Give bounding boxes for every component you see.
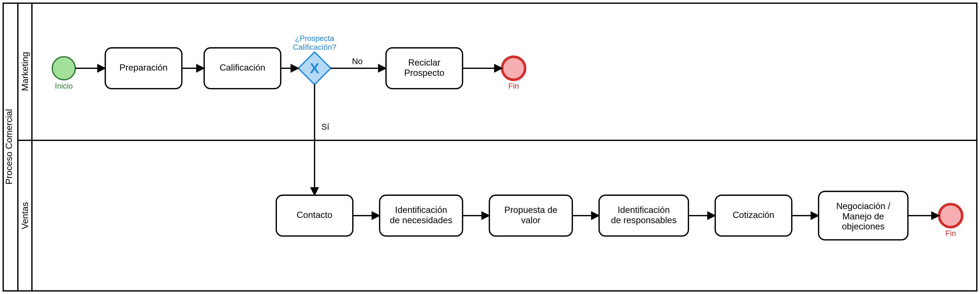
task-ident-resp-l2: de responsables <box>611 215 677 225</box>
task-ident-resp-l1: Identificación <box>618 205 670 215</box>
task-negociacion-l3: objeciones <box>842 221 885 231</box>
flow-label-no: No <box>352 57 363 66</box>
gateway-x-icon: X <box>310 60 319 76</box>
task-reciclar-line2: Prospecto <box>404 68 444 78</box>
lane-label-marketing: Marketing <box>20 52 30 91</box>
end-event-marketing-label: Fin <box>508 81 519 90</box>
task-negociacion-l2: Manejo de <box>842 211 884 221</box>
lane-label-ventas: Ventas <box>20 202 30 229</box>
start-event <box>52 57 75 79</box>
gateway-prospecta: X ¿Prospecta Calificación? <box>293 34 336 85</box>
flow-label-si: Sí <box>321 122 329 131</box>
task-reciclar-line1: Reciclar <box>408 57 441 67</box>
task-ident-nec-l1: Identificación <box>395 205 447 215</box>
task-preparacion-label: Preparación <box>119 62 167 73</box>
end-event-marketing <box>502 57 525 79</box>
bpmn-diagram: Proceso Comercial Marketing Ventas Inici… <box>0 0 980 294</box>
task-negociacion-l1: Negociación / <box>836 201 891 211</box>
task-contacto-label: Contacto <box>297 210 332 220</box>
task-propuesta-l2: valor <box>521 215 541 225</box>
start-event-label: Inicio <box>55 81 73 90</box>
task-calificacion-label: Calificación <box>220 62 265 73</box>
gateway-label-line1: ¿Prospecta <box>295 34 334 43</box>
gateway-label-line2: Calificación? <box>293 43 336 51</box>
task-ident-nec-l2: de necesidades <box>390 215 452 225</box>
end-event-ventas-label: Fin <box>945 229 956 238</box>
task-propuesta-l1: Propuesta de <box>504 205 557 215</box>
pool <box>3 3 977 291</box>
task-cotizacion-label: Cotización <box>733 210 774 220</box>
end-event-ventas <box>939 204 962 227</box>
pool-title: Proceso Comercial <box>4 109 14 184</box>
